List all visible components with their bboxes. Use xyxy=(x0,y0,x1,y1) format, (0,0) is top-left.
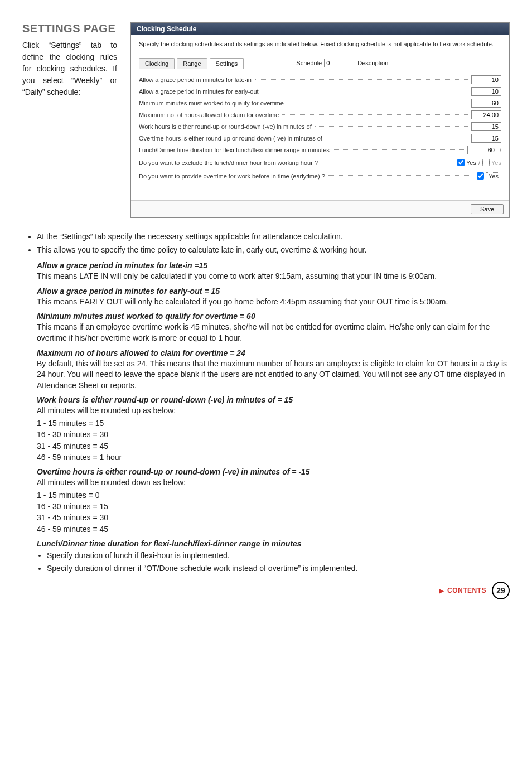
line-min-ot-label: Minimum minutes must worked to qualify f… xyxy=(139,100,284,107)
heading-round-work: Work hours is either round-up or round-d… xyxy=(37,395,510,404)
line-early-out-value[interactable] xyxy=(471,87,501,96)
heading-max-ot: Maximum no of hours allowed to claim for… xyxy=(37,348,510,357)
line-exclude-lunch-label: Do you want to exclude the lunch/dinner … xyxy=(139,159,318,166)
round-work-l3: 31 - 45 minutes = 45 xyxy=(37,440,510,452)
body-early-out: This means EARLY OUT will only be calcul… xyxy=(37,297,510,308)
heading-early-out: Allow a grace period in minutes for earl… xyxy=(37,287,510,296)
heading-late-in: Allow a grace period in minutes for late… xyxy=(37,261,510,270)
lunch-dinner-b1: Specify duration of lunch if flexi-hour … xyxy=(47,550,510,561)
slash-icon-2: / xyxy=(478,159,480,166)
bullet-time-policy: This allows you to specify the time poli… xyxy=(37,245,510,256)
line-lunch-dur-value[interactable] xyxy=(467,146,497,154)
line-round-work-label: Work hours is either round-up or round-d… xyxy=(139,123,312,130)
exclude-lunch-checkbox-2[interactable] xyxy=(482,159,490,166)
slash-icon: / xyxy=(500,147,501,153)
description-label: Description xyxy=(357,60,388,66)
arrow-right-icon: ▶ xyxy=(439,588,444,594)
body-round-work: All minutes will be rounded up as below: xyxy=(37,405,510,417)
tab-clocking[interactable]: Clocking xyxy=(139,58,175,69)
heading-min-ot: Minimum minutes must worked to qualify f… xyxy=(37,312,510,321)
line-round-work-value[interactable] xyxy=(471,122,501,131)
line-min-ot-value[interactable] xyxy=(471,99,501,108)
panel-description: Specify the clocking schedules and its s… xyxy=(139,41,501,47)
line-late-in-value[interactable] xyxy=(471,75,501,84)
early-ot-yes: Yes xyxy=(486,172,501,180)
line-round-ot-value[interactable] xyxy=(471,134,501,143)
round-ot-l1: 1 - 15 minutes = 0 xyxy=(37,490,510,501)
tab-settings[interactable]: Settings xyxy=(210,58,244,69)
schedule-input[interactable] xyxy=(324,59,344,67)
settings-page-title: SETTINGS PAGE xyxy=(22,22,117,35)
save-button[interactable]: Save xyxy=(471,204,504,214)
round-ot-l4: 46 - 59 minutes = 45 xyxy=(37,524,510,535)
round-work-l1: 1 - 15 minutes = 15 xyxy=(37,418,510,429)
intro-text: Click “Settings” tab to define the clock… xyxy=(22,40,117,98)
line-lunch-dur-label: Lunch/Dinner time duration for flexi-lun… xyxy=(139,147,330,153)
round-work-l4: 46 - 59 minutes = 1 hour xyxy=(37,452,510,463)
body-max-ot: By default, this will be set as 24. This… xyxy=(37,359,510,391)
round-ot-l2: 16 - 30 minutes = 15 xyxy=(37,501,510,512)
body-late-in: This means LATE IN will only be calculat… xyxy=(37,271,510,282)
heading-lunch-dinner: Lunch/Dinner time duration for flexi-lun… xyxy=(37,539,510,548)
page-number: 29 xyxy=(492,582,510,599)
tab-range[interactable]: Range xyxy=(177,58,207,69)
contents-label: CONTENTS xyxy=(447,587,486,594)
body-round-ot: All minutes will be rounded down as belo… xyxy=(37,477,510,488)
lunch-dinner-b2: Specify duration of dinner if “OT/Done s… xyxy=(47,563,510,574)
early-ot-checkbox[interactable] xyxy=(477,172,484,180)
exclude-lunch-yes-2: Yes xyxy=(491,159,501,166)
line-early-out-label: Allow a grace period in minutes for earl… xyxy=(139,88,259,95)
contents-link[interactable]: ▶ CONTENTS xyxy=(439,587,486,594)
exclude-lunch-yes-1: Yes xyxy=(466,159,476,166)
body-min-ot: This means if an employee overtime work … xyxy=(37,322,510,343)
line-early-ot-label: Do you want to provide overtime for work… xyxy=(139,173,325,180)
description-input[interactable] xyxy=(393,59,458,67)
round-work-l2: 16 - 30 minutes = 30 xyxy=(37,429,510,440)
line-max-ot-value[interactable] xyxy=(471,110,501,119)
line-max-ot-label: Maximum no. of hours allowed to claim fo… xyxy=(139,112,279,118)
round-ot-l3: 31 - 45 minutes = 30 xyxy=(37,512,510,523)
heading-round-ot: Overtime hours is either round-up or rou… xyxy=(37,467,510,476)
line-late-in-label: Allow a grace period in minutes for late… xyxy=(139,76,252,83)
line-round-ot-label: Overtime hours is either round-up or rou… xyxy=(139,135,322,142)
clocking-schedule-panel: Clocking Schedule Specify the clocking s… xyxy=(130,22,510,218)
exclude-lunch-checkbox-1[interactable] xyxy=(457,159,465,166)
panel-titlebar: Clocking Schedule xyxy=(131,23,509,35)
schedule-label: Schedule xyxy=(296,60,322,66)
bullet-settings-tab: At the “Settings” tab specify the necess… xyxy=(37,231,510,243)
